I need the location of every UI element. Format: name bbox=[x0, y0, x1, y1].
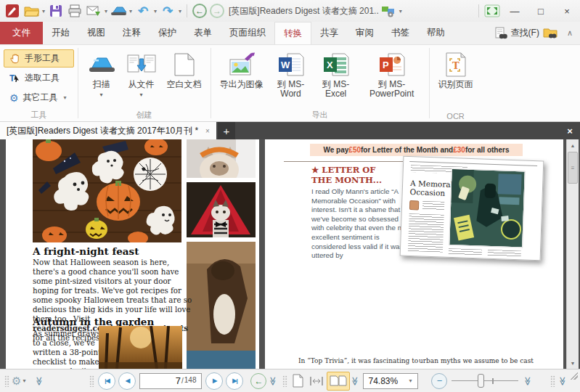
fit-width-button[interactable] bbox=[306, 372, 327, 391]
find-document-icon[interactable] bbox=[494, 27, 507, 40]
export-image-button[interactable]: 导出为图像 bbox=[215, 47, 269, 89]
tab-organize[interactable]: 页面组织 bbox=[221, 22, 274, 44]
ocr-letter: T bbox=[452, 60, 459, 71]
redo-button[interactable]: ↷ bbox=[158, 1, 177, 20]
tab-form[interactable]: 表单 bbox=[185, 22, 221, 44]
current-page: 7 bbox=[176, 375, 181, 386]
from-file-dropdown-caret[interactable]: ▾ bbox=[140, 90, 143, 99]
toolbar-grip[interactable] bbox=[4, 375, 9, 387]
zoom-dropdown[interactable]: ▾ bbox=[407, 377, 413, 384]
blank-doc-label: 空白文档 bbox=[167, 80, 202, 89]
last-page-button[interactable]: ▶| bbox=[226, 372, 243, 390]
banner-text: for all others bbox=[465, 146, 510, 154]
open-file-dropdown[interactable]: ▾ bbox=[41, 8, 46, 15]
view-options-dropdown[interactable]: ▾ bbox=[398, 8, 404, 15]
zoom-out-button[interactable]: − bbox=[431, 373, 447, 389]
toolbar-grip[interactable] bbox=[89, 375, 94, 387]
other-tools-dropdown[interactable]: ▾ bbox=[62, 94, 68, 101]
two-page-view-button[interactable] bbox=[327, 372, 350, 391]
view-options-icon[interactable] bbox=[379, 1, 398, 20]
blank-document-button[interactable]: 空白文档 bbox=[162, 47, 207, 89]
other-tools-button[interactable]: ⚙ 其它工具 ▾ bbox=[4, 89, 74, 107]
select-tool-button[interactable]: T 选取工具 bbox=[4, 69, 74, 87]
first-page-button[interactable]: |◀ bbox=[98, 372, 115, 390]
scan-button-large[interactable]: 扫描 ▾ bbox=[82, 47, 121, 99]
export-excel-button[interactable]: X 到 MS-Excel bbox=[314, 47, 359, 99]
tab-home[interactable]: 开始 bbox=[43, 22, 78, 44]
scrollbar-thumb[interactable]: ≡ bbox=[568, 152, 578, 184]
tab-comment[interactable]: 注释 bbox=[114, 22, 150, 44]
zoom-slider-handle[interactable] bbox=[478, 374, 484, 388]
next-page-button[interactable]: ▶ bbox=[205, 372, 223, 390]
scroll-up-arrow[interactable]: ▲ bbox=[567, 139, 579, 151]
expand-view-chevron[interactable]: ≫ bbox=[350, 376, 360, 386]
window-maximize-button[interactable]: □ bbox=[528, 1, 554, 20]
toolbar-grip[interactable] bbox=[282, 375, 287, 387]
new-tab-button[interactable]: + bbox=[218, 122, 235, 139]
collapse-ribbon-button[interactable]: ∧ bbox=[567, 28, 573, 38]
hand-tool-button[interactable]: 手形工具 bbox=[4, 49, 74, 68]
tabbar-close-button[interactable]: × bbox=[560, 122, 580, 139]
undo-dropdown[interactable]: ▾ bbox=[152, 8, 158, 15]
print-button[interactable] bbox=[65, 1, 84, 20]
tab-share[interactable]: 共享 bbox=[311, 22, 347, 44]
scan-quick-button[interactable] bbox=[109, 1, 128, 20]
expand-toolbar-chevron[interactable]: ≫ bbox=[34, 376, 44, 386]
scan-dropdown-caret[interactable]: ▾ bbox=[100, 90, 103, 99]
fullscreen-button[interactable] bbox=[483, 1, 502, 20]
group-label-tools: 工具 bbox=[0, 110, 78, 121]
history-forward-button[interactable]: → bbox=[210, 4, 224, 18]
tab-file[interactable]: 文件 bbox=[0, 22, 43, 44]
tab-protect[interactable]: 保护 bbox=[150, 22, 185, 44]
resize-grip[interactable] bbox=[569, 371, 578, 380]
expand-corner-chevron[interactable]: ≫ bbox=[557, 376, 568, 386]
scan-dropdown[interactable]: ▾ bbox=[128, 8, 134, 15]
scanner-icon bbox=[87, 49, 116, 80]
ocr-pages-button[interactable]: T 识别页面 bbox=[433, 47, 478, 89]
select-tool-label: 选取工具 bbox=[25, 72, 60, 84]
tab-help[interactable]: 帮助 bbox=[418, 22, 454, 44]
window-title: [英国版]Readers Digest 读者文摘 201.. bbox=[229, 5, 379, 17]
export-word-button[interactable]: W 到 MS-Word bbox=[269, 47, 314, 99]
history-back-button[interactable]: ← bbox=[192, 4, 207, 18]
window-minimize-button[interactable]: — bbox=[502, 1, 528, 20]
zoom-level-select[interactable]: 74.83% ▾ bbox=[363, 373, 418, 389]
page-number-input[interactable]: 7 / 148 bbox=[139, 373, 202, 389]
tab-review[interactable]: 审阅 bbox=[347, 22, 383, 44]
export-ppt-button[interactable]: P 到 MS-PowerPoint bbox=[359, 47, 425, 99]
document-tab-close-icon[interactable]: × bbox=[205, 127, 210, 135]
email-dropdown[interactable]: ▾ bbox=[103, 8, 109, 15]
document-view[interactable]: A fright-night feast Now that Halloween … bbox=[0, 139, 580, 369]
expand-zoom-chevron[interactable]: ≫ bbox=[523, 376, 533, 386]
previous-view-button[interactable]: ← bbox=[250, 373, 266, 389]
email-button[interactable] bbox=[84, 1, 103, 20]
document-tab[interactable]: [英国版]Readers Digest 读者文摘 2017年10月刊 * × bbox=[0, 122, 216, 139]
letter-fragment-right: urban myths we assume to be cast bbox=[419, 357, 534, 364]
from-file-button[interactable]: 从文件 ▾ bbox=[121, 47, 162, 99]
group-label-create: 创建 bbox=[78, 110, 211, 121]
fit-page-button[interactable] bbox=[290, 372, 306, 391]
search-folder-icon[interactable] bbox=[543, 27, 557, 39]
open-file-button[interactable] bbox=[22, 1, 41, 20]
clipping-caption-bars bbox=[449, 248, 482, 256]
tab-view[interactable]: 视图 bbox=[78, 22, 114, 44]
vertical-scrollbar[interactable]: ▲ ≡ ▼ bbox=[566, 139, 579, 369]
tab-bookmarks[interactable]: 书签 bbox=[383, 22, 418, 44]
tab-convert[interactable]: 转换 bbox=[274, 22, 311, 44]
previous-page-button[interactable]: ◀ bbox=[118, 372, 136, 390]
redo-dropdown[interactable]: ▾ bbox=[177, 8, 183, 15]
banner-text: We pay bbox=[323, 146, 348, 154]
zoom-slider[interactable] bbox=[450, 372, 520, 390]
expand-nav-chevron[interactable]: ≫ bbox=[268, 376, 278, 386]
window-close-button[interactable]: × bbox=[554, 1, 580, 20]
article-heading-1: A fright-night feast bbox=[33, 245, 139, 257]
letter-heading-line2: THE MONTH... bbox=[311, 176, 382, 186]
status-gear-dropdown[interactable]: ▾ bbox=[21, 377, 27, 384]
find-label[interactable]: 查找(F) bbox=[511, 27, 539, 39]
status-gear-icon[interactable]: ⚙ bbox=[12, 375, 21, 388]
undo-button[interactable]: ↶ bbox=[134, 1, 152, 20]
save-button[interactable] bbox=[46, 1, 65, 20]
toolbar-grip[interactable] bbox=[550, 375, 555, 387]
scroll-down-arrow[interactable]: ▼ bbox=[567, 357, 579, 369]
app-logo-icon bbox=[3, 1, 22, 20]
